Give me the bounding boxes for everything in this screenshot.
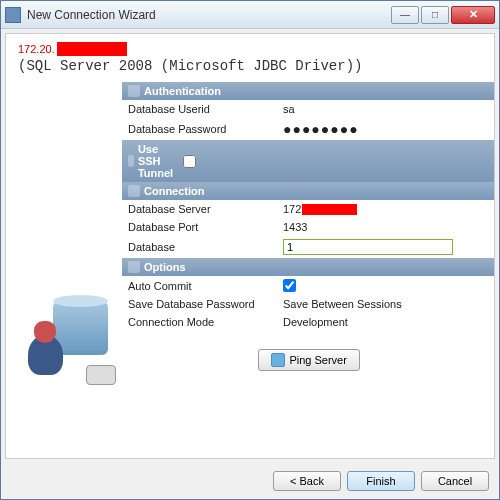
autocommit-checkbox[interactable] bbox=[283, 279, 296, 292]
back-button[interactable]: < Back bbox=[273, 471, 341, 491]
minimize-button[interactable]: — bbox=[391, 6, 419, 24]
row-database: Database bbox=[122, 236, 495, 258]
label-password: Database Password bbox=[128, 123, 283, 135]
main-area: Authentication Database Userid sa Databa… bbox=[18, 82, 482, 450]
row-password: Database Password ●●●●●●●● bbox=[122, 118, 495, 140]
label-server: Database Server bbox=[128, 203, 283, 215]
row-savepw: Save Database Password Save Between Sess… bbox=[122, 295, 495, 313]
value-savepw[interactable]: Save Between Sessions bbox=[283, 298, 490, 310]
value-port[interactable]: 1433 bbox=[283, 221, 490, 233]
ping-icon bbox=[271, 353, 285, 367]
value-connmode[interactable]: Development bbox=[283, 316, 490, 328]
label-database: Database bbox=[128, 241, 283, 253]
window-title: New Connection Wizard bbox=[27, 8, 391, 22]
ip-prefix: 172.20. bbox=[18, 43, 55, 55]
value-server[interactable]: 172 bbox=[283, 203, 490, 215]
label-autocommit: Auto Commit bbox=[128, 280, 283, 292]
gear-icon bbox=[128, 261, 140, 273]
window-controls: — □ ✕ bbox=[391, 6, 495, 24]
wizard-window: New Connection Wizard — □ ✕ 172.20. (SQL… bbox=[0, 0, 500, 500]
label-savepw: Save Database Password bbox=[128, 298, 283, 310]
label-connmode: Connection Mode bbox=[128, 316, 283, 328]
server-icon bbox=[128, 185, 140, 197]
label-userid: Database Userid bbox=[128, 103, 283, 115]
connection-ip-header: 172.20. bbox=[18, 42, 482, 56]
value-autocommit bbox=[283, 279, 490, 292]
form-panel: Authentication Database Userid sa Databa… bbox=[122, 82, 495, 450]
row-connmode: Connection Mode Development bbox=[122, 313, 495, 331]
database-icon bbox=[18, 290, 118, 390]
app-icon bbox=[5, 7, 21, 23]
ping-row: Ping Server bbox=[122, 349, 495, 371]
section-authentication: Authentication bbox=[122, 82, 495, 100]
wizard-illustration bbox=[18, 82, 118, 450]
database-input[interactable] bbox=[283, 239, 453, 255]
row-port: Database Port 1433 bbox=[122, 218, 495, 236]
label-port: Database Port bbox=[128, 221, 283, 233]
row-autocommit: Auto Commit bbox=[122, 276, 495, 295]
footer-buttons: < Back Finish Cancel bbox=[1, 463, 499, 499]
section-connection: Connection bbox=[122, 182, 495, 200]
finish-button[interactable]: Finish bbox=[347, 471, 415, 491]
section-ssh: Use SSH Tunnel bbox=[122, 140, 495, 182]
maximize-button[interactable]: □ bbox=[421, 6, 449, 24]
ip-redacted bbox=[57, 42, 127, 56]
value-password[interactable]: ●●●●●●●● bbox=[283, 121, 490, 137]
server-redacted bbox=[302, 204, 357, 215]
titlebar: New Connection Wizard — □ ✕ bbox=[1, 1, 499, 29]
row-server: Database Server 172 bbox=[122, 200, 495, 218]
value-database bbox=[283, 239, 490, 255]
section-options: Options bbox=[122, 258, 495, 276]
ping-server-button[interactable]: Ping Server bbox=[258, 349, 359, 371]
close-button[interactable]: ✕ bbox=[451, 6, 495, 24]
value-userid[interactable]: sa bbox=[283, 103, 490, 115]
row-userid: Database Userid sa bbox=[122, 100, 495, 118]
lock-icon bbox=[128, 155, 134, 167]
driver-label: (SQL Server 2008 (Microsoft JDBC Driver)… bbox=[18, 58, 482, 74]
ssh-checkbox[interactable] bbox=[183, 155, 196, 168]
cancel-button[interactable]: Cancel bbox=[421, 471, 489, 491]
content-pane: 172.20. (SQL Server 2008 (Microsoft JDBC… bbox=[5, 33, 495, 459]
key-icon bbox=[128, 85, 140, 97]
